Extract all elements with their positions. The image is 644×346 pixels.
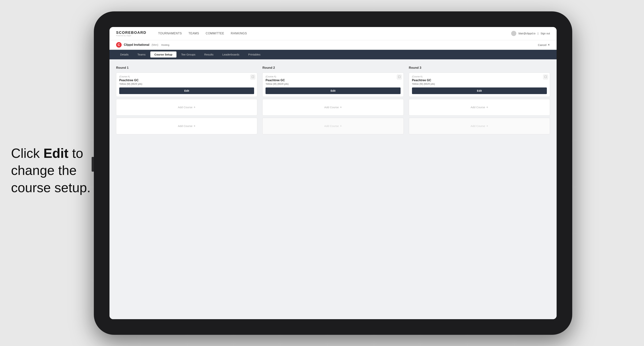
round-2-delete-button[interactable]: ☐ bbox=[397, 75, 402, 79]
top-nav: SCOREBOARD Powered by clippd TOURNAMENTS… bbox=[110, 27, 556, 40]
plus-icon-r2-1: + bbox=[340, 106, 342, 109]
plus-icon-r3-1: + bbox=[486, 106, 488, 109]
cancel-button[interactable]: Cancel ✕ bbox=[538, 43, 550, 46]
add-course-text-r2-1: Add Course bbox=[324, 106, 339, 109]
rounds-grid: Round 1 ☐ (Course A) Peachtree GC Yellow… bbox=[116, 66, 550, 137]
round-1-delete-button[interactable]: ☐ bbox=[250, 75, 255, 79]
round-1-title: Round 1 bbox=[116, 66, 257, 70]
round-3-course-tee: Yellow (M) (6629 yds) bbox=[412, 82, 547, 85]
round-2-edit-button[interactable]: Edit bbox=[266, 87, 400, 94]
tab-details[interactable]: Details bbox=[116, 51, 133, 57]
plus-icon-2: + bbox=[194, 124, 196, 128]
round-2-course-card: ☐ (Course A) Peachtree GC Yellow (M) (66… bbox=[262, 73, 404, 97]
round-1-course-card: ☐ (Course A) Peachtree GC Yellow (M) (66… bbox=[116, 73, 257, 97]
tab-teams[interactable]: Teams bbox=[134, 51, 150, 57]
logo-sub: Powered by clippd bbox=[116, 35, 146, 36]
round-3-add-course-1[interactable]: Add Course + bbox=[409, 99, 550, 116]
round-2-course-name: Peachtree GC bbox=[266, 79, 400, 82]
round-2-course-label: (Course A) bbox=[266, 75, 400, 78]
tournament-name: Clippd Invitational bbox=[124, 43, 150, 46]
round-1-add-course-1[interactable]: Add Course + bbox=[116, 99, 257, 116]
round-3-course-name: Peachtree GC bbox=[412, 79, 547, 82]
close-icon: ✕ bbox=[548, 43, 550, 46]
round-2-add-course-1[interactable]: Add Course + bbox=[262, 99, 404, 116]
add-course-text-2: Add Course bbox=[178, 124, 192, 128]
logo-area: SCOREBOARD Powered by clippd bbox=[116, 30, 146, 36]
plus-icon-r2-2: + bbox=[340, 124, 342, 128]
tab-course-setup[interactable]: Course Setup bbox=[150, 51, 176, 57]
round-1-edit-button[interactable]: Edit bbox=[119, 87, 254, 94]
add-course-text-r2-2: Add Course bbox=[324, 124, 339, 128]
main-content: Round 1 ☐ (Course A) Peachtree GC Yellow… bbox=[110, 59, 556, 319]
nav-separator: | bbox=[538, 32, 538, 35]
round-3-delete-button[interactable]: ☐ bbox=[543, 75, 548, 79]
round-3-course-label: (Course A) bbox=[412, 75, 547, 78]
round-3-course-card: ☐ (Course A) Peachtree GC Yellow (M) (66… bbox=[409, 73, 550, 97]
round-2-column: Round 2 ☐ (Course A) Peachtree GC Yellow… bbox=[262, 66, 404, 137]
tab-bar: Details Teams Course Setup Tee Groups Re… bbox=[110, 50, 556, 59]
nav-teams[interactable]: TEAMS bbox=[188, 32, 199, 35]
round-1-add-course-2[interactable]: Add Course + bbox=[116, 118, 257, 134]
round-2-add-course-2: Add Course + bbox=[262, 118, 404, 134]
sign-out-link[interactable]: Sign out bbox=[540, 32, 550, 35]
add-course-text-r3-2: Add Course bbox=[470, 124, 485, 128]
tournament-bar: C Clippd Invitational (Men) Hosting Canc… bbox=[110, 40, 556, 50]
round-3-edit-button[interactable]: Edit bbox=[412, 87, 547, 94]
round-2-course-tee: Yellow (M) (6629 yds) bbox=[266, 82, 400, 85]
nav-tournaments[interactable]: TOURNAMENTS bbox=[158, 32, 182, 35]
scene: Click Edit to change the course setup. S… bbox=[0, 0, 644, 346]
tournament-info: C Clippd Invitational (Men) Hosting bbox=[116, 42, 169, 48]
tournament-gender: (Men) bbox=[152, 43, 158, 46]
tablet-frame: SCOREBOARD Powered by clippd TOURNAMENTS… bbox=[94, 11, 572, 335]
nav-email: blair@clippd.io bbox=[518, 32, 536, 35]
tournament-logo: C bbox=[116, 42, 122, 48]
round-2-title: Round 2 bbox=[262, 66, 404, 70]
logo-scoreboard: SCOREBOARD bbox=[116, 30, 146, 35]
tab-leaderboards[interactable]: Leaderboards bbox=[218, 51, 244, 57]
nav-user: blair@clippd.io | Sign out bbox=[511, 31, 550, 36]
instruction-bold: Edit bbox=[44, 146, 68, 161]
add-course-text-r3-1: Add Course bbox=[470, 106, 485, 109]
tab-printables[interactable]: Printables bbox=[244, 51, 264, 57]
round-3-title: Round 3 bbox=[409, 66, 550, 70]
nav-avatar bbox=[511, 31, 516, 36]
nav-rankings[interactable]: RANKINGS bbox=[231, 32, 247, 35]
plus-icon-r3-2: + bbox=[486, 124, 488, 128]
plus-icon: + bbox=[194, 106, 196, 109]
instruction-prefix: Click bbox=[11, 146, 44, 161]
tablet-screen: SCOREBOARD Powered by clippd TOURNAMENTS… bbox=[110, 27, 556, 319]
hosting-badge: Hosting bbox=[161, 43, 169, 46]
round-1-course-tee: Yellow (M) (6629 yds) bbox=[119, 82, 254, 85]
round-3-column: Round 3 ☐ (Course A) Peachtree GC Yellow… bbox=[409, 66, 550, 137]
tab-results[interactable]: Results bbox=[200, 51, 218, 57]
round-3-add-course-2: Add Course + bbox=[409, 118, 550, 134]
round-1-column: Round 1 ☐ (Course A) Peachtree GC Yellow… bbox=[116, 66, 257, 137]
round-1-course-name: Peachtree GC bbox=[119, 79, 254, 82]
nav-committee[interactable]: COMMITTEE bbox=[206, 32, 224, 35]
tab-tee-groups[interactable]: Tee Groups bbox=[177, 51, 200, 57]
round-1-course-label: (Course A) bbox=[119, 75, 254, 78]
nav-links: TOURNAMENTS TEAMS COMMITTEE RANKINGS bbox=[158, 32, 502, 35]
add-course-text: Add Course bbox=[178, 106, 192, 109]
